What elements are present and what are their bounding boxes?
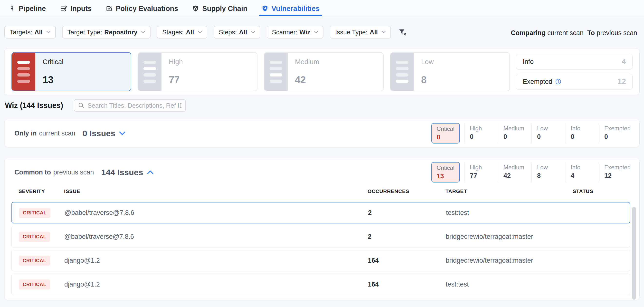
- chevron-down-icon: [314, 31, 318, 34]
- filter-label: Target Type:: [68, 28, 102, 36]
- filter-scanner[interactable]: Scanner: Wiz: [267, 26, 324, 38]
- col-occurrences: OCCURRENCES: [368, 188, 446, 194]
- tab-label: Vulnerabilities: [272, 5, 320, 13]
- common-severity-chips: Critical 13 High 77 Medium 42 Low 8 Info: [431, 162, 630, 182]
- filter-steps[interactable]: Steps: All: [214, 26, 260, 38]
- severity-card-label: High: [169, 58, 250, 66]
- chip-value: 0: [470, 133, 494, 140]
- chip-info[interactable]: Info 4: [565, 162, 594, 182]
- chip-low[interactable]: Low 8: [532, 162, 561, 182]
- severity-level-icon: [264, 53, 288, 91]
- policy-check-icon: [106, 5, 112, 12]
- chip-value: 12: [604, 172, 630, 180]
- chevron-down-icon: [251, 31, 255, 34]
- occurrences-cell: 164: [368, 281, 446, 288]
- chip-medium[interactable]: Medium 42: [498, 162, 527, 182]
- tab-policy-evaluations[interactable]: Policy Evaluations: [106, 2, 178, 16]
- col-status: STATUS: [573, 188, 639, 194]
- tab-supply-chain[interactable]: Supply Chain: [192, 2, 247, 16]
- info-card-count: 4: [622, 57, 626, 66]
- tab-pipeline[interactable]: Pipeline: [9, 2, 46, 16]
- chip-label: Info: [571, 125, 594, 132]
- col-severity: SEVERITY: [18, 188, 64, 194]
- table-row[interactable]: CRITICAL @babel/traverse@7.8.6 2 bridgec…: [12, 226, 630, 247]
- chip-low[interactable]: Low 0: [532, 123, 561, 144]
- tab-vulnerabilities[interactable]: Vulnerabilities: [262, 2, 320, 16]
- search-icon: [78, 102, 84, 109]
- funnel-clear-icon: [398, 28, 406, 36]
- exempted-label-text: Exempted: [523, 78, 552, 86]
- chip-critical[interactable]: Critical 0: [431, 123, 460, 144]
- chevron-down-icon: [198, 31, 202, 34]
- only-in-header: Only in current scan 0 Issues: [14, 129, 126, 138]
- severity-card-critical[interactable]: Critical 13: [12, 52, 131, 91]
- severity-card-count: 42: [295, 74, 376, 85]
- common-header: Common to previous scan 144 Issues: [14, 168, 154, 177]
- common-count: 144 Issues: [101, 168, 143, 177]
- exempted-card[interactable]: Exempted 12: [516, 74, 632, 90]
- col-target: TARGET: [446, 188, 573, 194]
- info-card[interactable]: Info 4: [516, 54, 632, 70]
- severity-badge: CRITICAL: [19, 208, 50, 218]
- vulnerabilities-shield-icon: [262, 5, 268, 12]
- filter-issue-type[interactable]: Issue Type: All: [330, 26, 391, 38]
- issue-cell: @babel/traverse@7.8.6: [64, 233, 368, 240]
- scanner-row: Wiz (144 Issues): [5, 100, 186, 112]
- table-row[interactable]: CRITICAL django@1.2 164 test:test: [12, 274, 630, 295]
- exempted-card-count: 12: [618, 77, 626, 86]
- clear-filters-button[interactable]: [398, 28, 406, 36]
- filter-stages[interactable]: Stages: All: [157, 26, 207, 38]
- severity-card-count: 8: [421, 74, 502, 85]
- chip-high[interactable]: High 77: [464, 162, 494, 182]
- target-cell: bridgecrewio/terragoat:master: [446, 233, 573, 240]
- chip-critical[interactable]: Critical 13: [431, 162, 460, 182]
- issue-cell: django@1.2: [64, 257, 368, 264]
- severity-card-high[interactable]: High 77: [138, 52, 258, 91]
- severity-card-low[interactable]: Low 8: [390, 52, 510, 91]
- comparing-bold: Comparing: [511, 29, 546, 36]
- chip-value: 42: [504, 172, 527, 180]
- filter-targets[interactable]: Targets: All: [4, 26, 56, 38]
- search-box: [74, 100, 186, 112]
- chip-label: Medium: [504, 164, 527, 171]
- chip-value: 4: [571, 172, 594, 180]
- only-in-current-scan-panel: Only in current scan 0 Issues Critical 0…: [4, 119, 640, 147]
- table-row[interactable]: CRITICAL @babel/traverse@7.8.6 2 test:te…: [12, 202, 630, 224]
- comparing-label: Comparing current scan To previous scan: [511, 29, 637, 37]
- table-row[interactable]: CRITICAL django@1.2 164 bridgecrewio/ter…: [12, 250, 630, 271]
- issues-table-body: CRITICAL @babel/traverse@7.8.6 2 test:te…: [12, 202, 630, 295]
- chip-high[interactable]: High 0: [464, 123, 494, 144]
- chip-label: Low: [537, 164, 561, 171]
- filter-label: Steps:: [219, 28, 237, 36]
- only-in-bold: Only in: [14, 130, 37, 137]
- only-in-severity-chips: Critical 0 High 0 Medium 0 Low 0 Info: [431, 123, 630, 144]
- chip-info[interactable]: Info 0: [565, 123, 594, 144]
- only-in-count: 0 Issues: [82, 129, 115, 138]
- chip-exempted[interactable]: Exempted 0: [599, 123, 630, 144]
- severity-level-icon: [12, 53, 35, 91]
- filter-target-type[interactable]: Target Type: Repository: [62, 26, 150, 38]
- chip-exempted[interactable]: Exempted 12: [599, 162, 630, 182]
- common-collapse-toggle[interactable]: [147, 170, 154, 174]
- tab-inputs[interactable]: Inputs: [60, 2, 92, 16]
- scrollbar-thumb[interactable]: [632, 206, 636, 300]
- filter-label: Targets:: [10, 28, 32, 36]
- filter-value: All: [370, 28, 378, 36]
- target-cell: bridgecrewio/terragoat:master: [446, 257, 573, 264]
- chip-label: Medium: [504, 125, 527, 132]
- exempted-card-label: Exempted: [523, 78, 561, 86]
- severity-card-medium[interactable]: Medium 42: [264, 52, 384, 91]
- search-input[interactable]: [88, 102, 182, 110]
- chip-value: 0: [571, 133, 594, 140]
- side-cards: Info 4 Exempted 12: [516, 54, 632, 90]
- chip-label: High: [470, 125, 494, 132]
- filter-value: Wiz: [300, 28, 310, 36]
- only-in-expand-toggle[interactable]: [119, 131, 126, 135]
- chip-value: 0: [504, 133, 527, 140]
- scanner-title: Wiz (144 Issues): [5, 101, 63, 110]
- chip-medium[interactable]: Medium 0: [498, 123, 527, 144]
- chip-label: Info: [571, 164, 594, 171]
- filter-value: All: [186, 28, 194, 36]
- filter-label: Stages:: [162, 28, 184, 36]
- occurrences-cell: 2: [368, 209, 446, 216]
